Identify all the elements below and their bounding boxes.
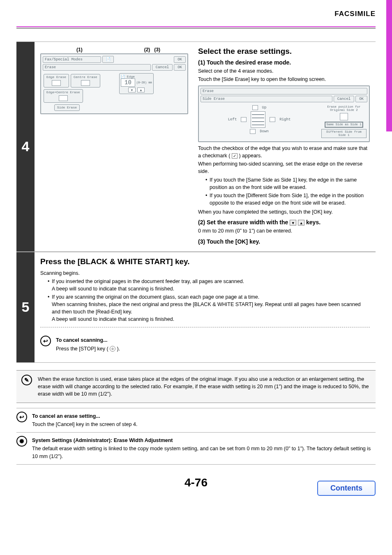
gear-icon: ✺ bbox=[16, 436, 27, 447]
checkmark-icon: ✓ bbox=[232, 153, 238, 159]
up-label: Up bbox=[262, 106, 267, 110]
lcd-breadcrumb[interactable]: Fax/Special Modes bbox=[43, 56, 101, 63]
step-5-b2b: When scanning finishes, place the next o… bbox=[52, 302, 361, 315]
centre-erase-mode[interactable]: Centre Erase bbox=[71, 74, 100, 88]
cancel-erase-heading: To cancel an erase setting... bbox=[32, 412, 137, 420]
page-icon bbox=[52, 80, 61, 86]
erase-position-label: Erase position for Original Side 2 bbox=[321, 105, 367, 112]
substep-1-title: (1) Touch the desired erase mode. bbox=[198, 59, 370, 66]
pencil-icon: ✎ bbox=[21, 375, 32, 385]
substep-1-text: Touch the [Side Erase] key to open the f… bbox=[198, 76, 370, 83]
step-number: 5 bbox=[16, 252, 35, 362]
edge-width-value: 10 bbox=[121, 78, 135, 87]
left-label: Left bbox=[228, 117, 237, 122]
cancel-button[interactable]: Cancel bbox=[152, 64, 173, 71]
edge-centre-erase-mode[interactable]: Edge+Centre Erase bbox=[44, 89, 83, 103]
mode-label: Edge Erase bbox=[46, 76, 66, 79]
note-erase-ratio-text: When the erase function is used, erase t… bbox=[38, 375, 371, 398]
cancel-erase-text: Touch the [Cancel] key in the screen of … bbox=[32, 421, 137, 428]
section-color-tab bbox=[386, 0, 392, 131]
stop-key-icon: ◎ bbox=[110, 346, 115, 352]
step-5-row: 5 Press the [BLACK & WHITE START] key. S… bbox=[16, 252, 376, 363]
callout-labels: (1) (2) (3) bbox=[40, 47, 188, 53]
different-side-key[interactable]: Different Side from Side 1 bbox=[321, 129, 367, 138]
step-5-b1a: If you inserted the original pages in th… bbox=[52, 279, 244, 284]
increase-button[interactable]: ▲ bbox=[137, 88, 145, 92]
system-settings-text: The default erase width setting is linke… bbox=[32, 445, 376, 460]
header-rule-thin bbox=[16, 28, 376, 28]
down-label: Down bbox=[260, 129, 269, 134]
page-icon bbox=[81, 80, 90, 86]
flip-icon bbox=[340, 113, 348, 120]
side-erase-instruction-a: Touch the checkbox of the edge that you … bbox=[198, 145, 367, 159]
callout-2: (2) bbox=[144, 47, 150, 53]
return-icon: ↩ bbox=[40, 336, 51, 346]
different-side-note: If you touch the [Different Side from Si… bbox=[205, 192, 370, 207]
step-5-b2a: If you are scanning the original on the … bbox=[52, 294, 259, 300]
up-checkbox[interactable] bbox=[252, 105, 258, 110]
system-settings-heading: System Settings (Administrator): Erase W… bbox=[32, 437, 376, 444]
page-icon bbox=[59, 95, 68, 101]
lcd2-title: Side Erase bbox=[201, 96, 332, 102]
side-erase-mode[interactable]: Side Erase bbox=[54, 104, 80, 111]
callout-1: (1) bbox=[76, 47, 83, 53]
right-checkbox[interactable] bbox=[270, 117, 275, 122]
same-side-key[interactable]: Same Side as Side 1 bbox=[325, 122, 363, 127]
step-5-b1b: A beep will sound to indicate that scann… bbox=[52, 286, 174, 292]
substep-2-title: (2) Set the erasure width with the ▼ ▲ k… bbox=[198, 219, 370, 226]
substep-2-text: 0 mm to 20 mm (0" to 1") can be entered. bbox=[198, 227, 370, 235]
dashed-separator bbox=[40, 327, 370, 327]
down-checkbox[interactable] bbox=[250, 129, 256, 134]
substep-1-text: Select one of the 4 erase modes. bbox=[198, 67, 370, 75]
edge-width-range: (0~20) mm bbox=[136, 81, 152, 84]
left-checkbox[interactable] bbox=[241, 117, 247, 122]
cancel-scan-heading: To cancel scanning... bbox=[56, 336, 120, 344]
callout-3: (3) bbox=[154, 47, 160, 53]
lcd-title: Erase bbox=[43, 64, 151, 71]
contents-button[interactable]: Contents bbox=[317, 481, 376, 496]
edge-erase-mode[interactable]: Edge Erase bbox=[44, 74, 69, 88]
header-title: FACSIMILE bbox=[16, 10, 376, 18]
step-5-title: Press the [BLACK & WHITE START] key. bbox=[40, 257, 370, 266]
ok-button[interactable]: OK bbox=[355, 96, 367, 102]
ok-button[interactable]: OK bbox=[174, 64, 186, 71]
mode-label: Edge+Centre Erase bbox=[46, 91, 80, 94]
up-key-icon: ▲ bbox=[298, 220, 304, 226]
lcd-erase-settings: Fax/Special Modes 📄 OK Erase Cancel OK bbox=[40, 53, 188, 114]
step-5-b2c: A beep will sound to indicate that scann… bbox=[52, 316, 174, 322]
step-number: 4 bbox=[16, 42, 35, 251]
note-erase-ratio: ✎ When the erase function is used, erase… bbox=[16, 370, 376, 403]
step-4-row: 4 (1) (2) (3) Fax/Special Modes 📄 bbox=[16, 41, 376, 252]
page-diagram bbox=[251, 111, 265, 128]
ok-button[interactable]: OK bbox=[174, 56, 186, 63]
return-icon: ↩ bbox=[16, 412, 27, 422]
down-key-icon: ▼ bbox=[290, 220, 296, 226]
step-5-text: Scanning begins. bbox=[40, 269, 370, 277]
same-side-note: If you touch the [Same Side as Side 1] k… bbox=[205, 176, 370, 191]
cancel-scan-text: Press the [STOP] key ( ◎ ). bbox=[56, 345, 120, 352]
edge-width-control: 📄 Edge 10 (0~20) mm ▼ ▲ bbox=[119, 73, 154, 94]
side-erase-done: When you have completed the settings, to… bbox=[198, 208, 370, 216]
decrease-button[interactable]: ▼ bbox=[128, 88, 136, 92]
lcd-page-icon: 📄 bbox=[102, 56, 114, 63]
side-erase-instruction-2: When performing two-sided scanning, set … bbox=[198, 160, 370, 175]
mode-label: Centre Erase bbox=[74, 76, 97, 79]
side-erase-instruction-b: ) appears. bbox=[239, 153, 262, 159]
edge-control-label: Edge bbox=[127, 75, 135, 78]
lcd-side-erase: Erase Side Erase Cancel OK Up bbox=[198, 85, 370, 142]
right-label: Right bbox=[279, 117, 291, 122]
mode-label: Side Erase bbox=[57, 106, 77, 110]
header-rule-accent bbox=[16, 26, 376, 27]
substep-3-title: (3) Touch the [OK] key. bbox=[198, 238, 370, 245]
lcd2-breadcrumb: Erase bbox=[201, 88, 367, 94]
cancel-button[interactable]: Cancel bbox=[334, 96, 354, 102]
step-title: Select the erase settings. bbox=[198, 47, 370, 56]
